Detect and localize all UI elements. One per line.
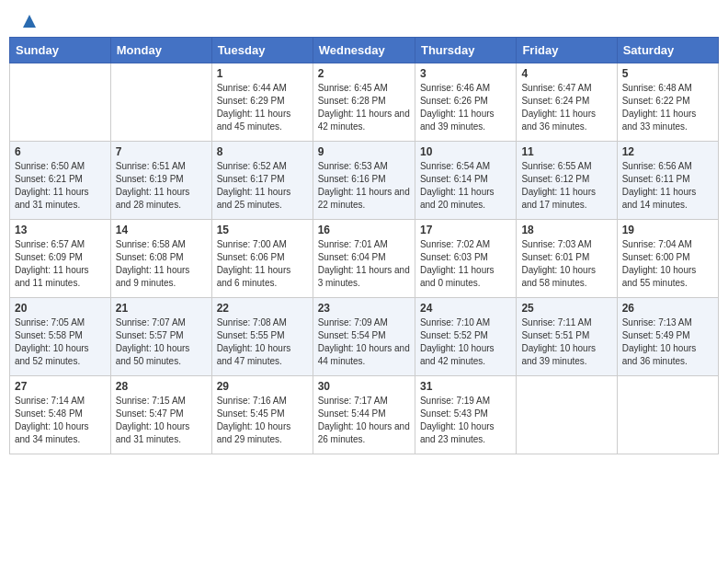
calendar-day-cell: 21Sunrise: 7:07 AM Sunset: 5:57 PM Dayli… — [110, 298, 211, 376]
day-number: 2 — [318, 67, 410, 80]
calendar-week-row: 13Sunrise: 6:57 AM Sunset: 6:09 PM Dayli… — [10, 220, 719, 298]
day-number: 24 — [420, 302, 511, 315]
calendar-day-cell — [617, 376, 718, 454]
calendar-day-cell: 18Sunrise: 7:03 AM Sunset: 6:01 PM Dayli… — [517, 220, 617, 298]
day-number: 6 — [15, 145, 106, 158]
calendar-day-cell: 15Sunrise: 7:00 AM Sunset: 6:06 PM Dayli… — [211, 220, 313, 298]
weekday-header: Friday — [517, 38, 617, 63]
calendar-day-cell: 31Sunrise: 7:19 AM Sunset: 5:43 PM Dayli… — [415, 376, 516, 454]
weekday-header: Sunday — [10, 38, 111, 63]
day-info: Sunrise: 7:17 AM Sunset: 5:44 PM Dayligh… — [318, 395, 410, 446]
calendar-header-row: SundayMondayTuesdayWednesdayThursdayFrid… — [10, 38, 719, 63]
calendar-day-cell: 30Sunrise: 7:17 AM Sunset: 5:44 PM Dayli… — [313, 376, 415, 454]
day-info: Sunrise: 7:01 AM Sunset: 6:04 PM Dayligh… — [318, 238, 410, 290]
day-number: 28 — [116, 380, 207, 393]
day-info: Sunrise: 7:05 AM Sunset: 5:58 PM Dayligh… — [15, 316, 106, 368]
day-number: 25 — [521, 302, 611, 315]
logo — [18, 15, 38, 29]
day-info: Sunrise: 7:08 AM Sunset: 5:55 PM Dayligh… — [217, 316, 308, 368]
calendar-day-cell: 26Sunrise: 7:13 AM Sunset: 5:49 PM Dayli… — [617, 298, 718, 376]
day-info: Sunrise: 6:57 AM Sunset: 6:09 PM Dayligh… — [15, 238, 106, 290]
day-number: 29 — [217, 380, 308, 393]
day-info: Sunrise: 7:16 AM Sunset: 5:45 PM Dayligh… — [217, 395, 308, 446]
day-info: Sunrise: 7:10 AM Sunset: 5:52 PM Dayligh… — [420, 316, 511, 368]
day-info: Sunrise: 6:56 AM Sunset: 6:11 PM Dayligh… — [622, 160, 713, 212]
weekday-header: Tuesday — [211, 38, 313, 63]
day-info: Sunrise: 6:44 AM Sunset: 6:29 PM Dayligh… — [217, 82, 308, 133]
weekday-header: Saturday — [617, 38, 718, 63]
day-info: Sunrise: 7:04 AM Sunset: 6:00 PM Dayligh… — [622, 238, 713, 290]
day-number: 10 — [420, 145, 511, 158]
weekday-header: Monday — [110, 38, 211, 63]
day-info: Sunrise: 6:48 AM Sunset: 6:22 PM Dayligh… — [622, 82, 713, 133]
calendar-week-row: 1Sunrise: 6:44 AM Sunset: 6:29 PM Daylig… — [10, 63, 719, 142]
calendar-day-cell: 8Sunrise: 6:52 AM Sunset: 6:17 PM Daylig… — [211, 142, 313, 220]
day-number: 23 — [318, 302, 410, 315]
day-info: Sunrise: 6:46 AM Sunset: 6:26 PM Dayligh… — [420, 82, 511, 133]
day-number: 31 — [420, 380, 511, 393]
weekday-header: Thursday — [415, 38, 516, 63]
calendar-day-cell: 6Sunrise: 6:50 AM Sunset: 6:21 PM Daylig… — [10, 142, 111, 220]
day-number: 14 — [116, 224, 207, 236]
day-number: 12 — [622, 145, 713, 158]
calendar-day-cell: 29Sunrise: 7:16 AM Sunset: 5:45 PM Dayli… — [211, 376, 313, 454]
day-number: 27 — [15, 380, 106, 393]
day-info: Sunrise: 7:00 AM Sunset: 6:06 PM Dayligh… — [217, 238, 308, 290]
calendar-week-row: 27Sunrise: 7:14 AM Sunset: 5:48 PM Dayli… — [10, 376, 719, 454]
day-number: 16 — [318, 224, 410, 236]
calendar-day-cell: 12Sunrise: 6:56 AM Sunset: 6:11 PM Dayli… — [617, 142, 718, 220]
day-info: Sunrise: 6:45 AM Sunset: 6:28 PM Dayligh… — [318, 82, 410, 133]
day-info: Sunrise: 6:55 AM Sunset: 6:12 PM Dayligh… — [521, 160, 611, 212]
day-info: Sunrise: 7:14 AM Sunset: 5:48 PM Dayligh… — [15, 395, 106, 446]
day-number: 1 — [217, 67, 308, 80]
calendar-day-cell: 23Sunrise: 7:09 AM Sunset: 5:54 PM Dayli… — [313, 298, 415, 376]
calendar-day-cell: 28Sunrise: 7:15 AM Sunset: 5:47 PM Dayli… — [110, 376, 211, 454]
calendar-day-cell: 10Sunrise: 6:54 AM Sunset: 6:14 PM Dayli… — [415, 142, 516, 220]
day-info: Sunrise: 7:13 AM Sunset: 5:49 PM Dayligh… — [622, 316, 713, 368]
day-number: 26 — [622, 302, 713, 315]
calendar-day-cell: 20Sunrise: 7:05 AM Sunset: 5:58 PM Dayli… — [10, 298, 111, 376]
calendar-day-cell: 25Sunrise: 7:11 AM Sunset: 5:51 PM Dayli… — [517, 298, 617, 376]
calendar-day-cell: 22Sunrise: 7:08 AM Sunset: 5:55 PM Dayli… — [211, 298, 313, 376]
day-number: 30 — [318, 380, 410, 393]
calendar-day-cell: 5Sunrise: 6:48 AM Sunset: 6:22 PM Daylig… — [617, 63, 718, 142]
day-info: Sunrise: 6:54 AM Sunset: 6:14 PM Dayligh… — [420, 160, 511, 212]
calendar-day-cell: 17Sunrise: 7:02 AM Sunset: 6:03 PM Dayli… — [415, 220, 516, 298]
day-number: 11 — [521, 145, 611, 158]
day-number: 4 — [521, 67, 611, 80]
calendar-day-cell — [517, 376, 617, 454]
day-number: 5 — [622, 67, 713, 80]
calendar-day-cell: 13Sunrise: 6:57 AM Sunset: 6:09 PM Dayli… — [10, 220, 111, 298]
day-number: 8 — [217, 145, 308, 158]
day-number: 7 — [116, 145, 207, 158]
weekday-header: Wednesday — [313, 38, 415, 63]
calendar-day-cell: 4Sunrise: 6:47 AM Sunset: 6:24 PM Daylig… — [517, 63, 617, 142]
day-info: Sunrise: 7:19 AM Sunset: 5:43 PM Dayligh… — [420, 395, 511, 446]
calendar-day-cell: 2Sunrise: 6:45 AM Sunset: 6:28 PM Daylig… — [313, 63, 415, 142]
day-info: Sunrise: 7:03 AM Sunset: 6:01 PM Dayligh… — [521, 238, 611, 290]
day-info: Sunrise: 7:02 AM Sunset: 6:03 PM Dayligh… — [420, 238, 511, 290]
calendar-day-cell — [110, 63, 211, 142]
day-number: 13 — [15, 224, 106, 236]
day-number: 15 — [217, 224, 308, 236]
day-info: Sunrise: 7:09 AM Sunset: 5:54 PM Dayligh… — [318, 316, 410, 368]
calendar-day-cell: 3Sunrise: 6:46 AM Sunset: 6:26 PM Daylig… — [415, 63, 516, 142]
calendar-day-cell: 11Sunrise: 6:55 AM Sunset: 6:12 PM Dayli… — [517, 142, 617, 220]
calendar-week-row: 20Sunrise: 7:05 AM Sunset: 5:58 PM Dayli… — [10, 298, 719, 376]
day-info: Sunrise: 6:51 AM Sunset: 6:19 PM Dayligh… — [116, 160, 207, 212]
calendar-day-cell: 7Sunrise: 6:51 AM Sunset: 6:19 PM Daylig… — [110, 142, 211, 220]
calendar-day-cell: 16Sunrise: 7:01 AM Sunset: 6:04 PM Dayli… — [313, 220, 415, 298]
logo-arrow-icon — [21, 13, 38, 29]
day-number: 3 — [420, 67, 511, 80]
calendar-week-row: 6Sunrise: 6:50 AM Sunset: 6:21 PM Daylig… — [10, 142, 719, 220]
calendar-day-cell: 19Sunrise: 7:04 AM Sunset: 6:00 PM Dayli… — [617, 220, 718, 298]
calendar-day-cell: 14Sunrise: 6:58 AM Sunset: 6:08 PM Dayli… — [110, 220, 211, 298]
day-number: 9 — [318, 145, 410, 158]
day-info: Sunrise: 6:53 AM Sunset: 6:16 PM Dayligh… — [318, 160, 410, 212]
calendar-day-cell: 27Sunrise: 7:14 AM Sunset: 5:48 PM Dayli… — [10, 376, 111, 454]
calendar-table: SundayMondayTuesdayWednesdayThursdayFrid… — [9, 37, 719, 454]
day-info: Sunrise: 7:11 AM Sunset: 5:51 PM Dayligh… — [521, 316, 611, 368]
day-number: 22 — [217, 302, 308, 315]
day-info: Sunrise: 7:07 AM Sunset: 5:57 PM Dayligh… — [116, 316, 207, 368]
calendar-day-cell — [10, 63, 111, 142]
